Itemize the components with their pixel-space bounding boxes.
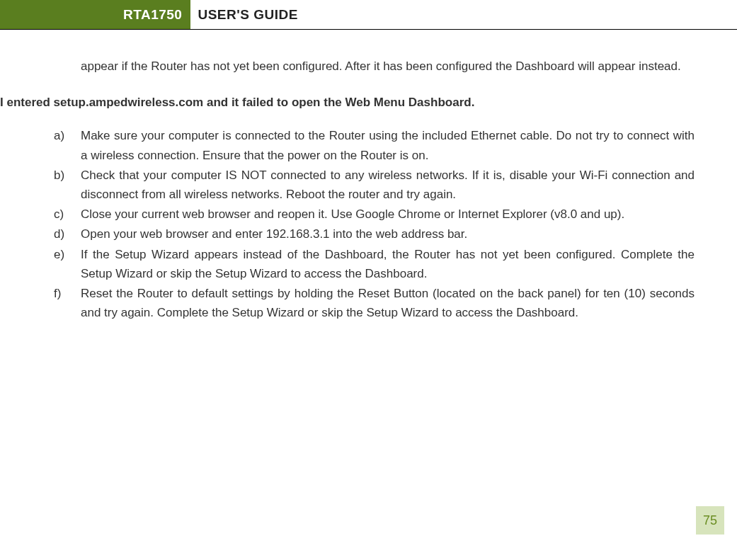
list-marker: d) [54, 224, 81, 244]
list-item: e) If the Setup Wizard appears instead o… [54, 245, 695, 283]
header-color-bar [0, 0, 119, 29]
list-marker: c) [54, 205, 81, 224]
page-content: appear if the Router has not yet been co… [0, 30, 737, 322]
list-text: Make sure your computer is connected to … [81, 126, 695, 164]
list-item: c) Close your current web browser and re… [54, 205, 695, 224]
list-marker: b) [54, 166, 81, 204]
list-marker: a) [54, 126, 81, 164]
list-text: Reset the Router to default settings by … [81, 284, 695, 322]
list-text: If the Setup Wizard appears instead of t… [81, 245, 695, 283]
list-marker: e) [54, 245, 81, 283]
list-text: Check that your computer IS NOT connecte… [81, 166, 695, 204]
list-item: f) Reset the Router to default settings … [54, 284, 695, 322]
page-number: 75 [703, 513, 717, 528]
document-title: USER'S GUIDE [190, 0, 297, 29]
list-text: Close your current web browser and reope… [81, 205, 695, 224]
list-text: Open your web browser and enter 192.168.… [81, 224, 695, 244]
page-number-box: 75 [696, 506, 724, 535]
list-marker: f) [54, 284, 81, 322]
troubleshoot-list: a) Make sure your computer is connected … [54, 126, 695, 322]
intro-paragraph: appear if the Router has not yet been co… [81, 57, 695, 76]
section-heading: I entered setup.ampedwireless.com and it… [0, 93, 695, 112]
product-name: RTA1750 [119, 0, 190, 29]
list-item: b) Check that your computer IS NOT conne… [54, 166, 695, 204]
page-header: RTA1750 USER'S GUIDE [0, 0, 737, 30]
list-item: a) Make sure your computer is connected … [54, 126, 695, 164]
list-item: d) Open your web browser and enter 192.1… [54, 224, 695, 244]
